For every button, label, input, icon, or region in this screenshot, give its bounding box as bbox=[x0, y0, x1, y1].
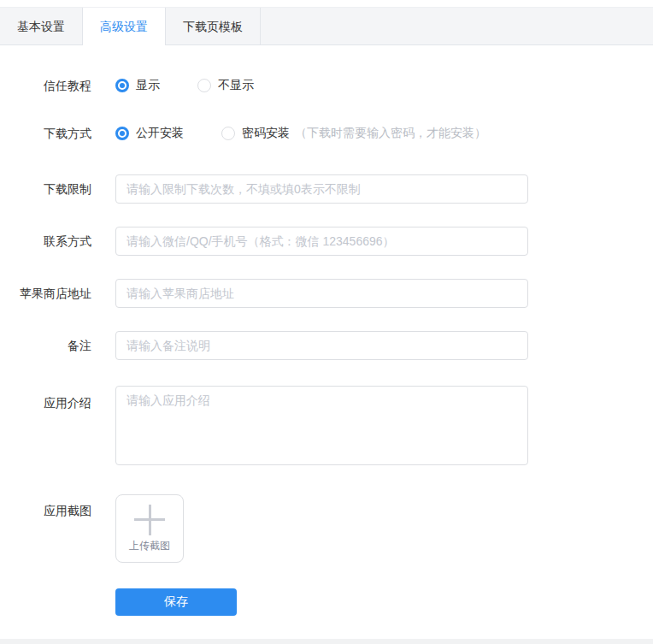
tabs-container: 基本设置 高级设置 下载页模板 bbox=[0, 0, 653, 45]
tab-advanced-settings[interactable]: 高级设置 bbox=[83, 8, 166, 45]
radio-selected-icon bbox=[115, 79, 129, 92]
app-intro-textarea[interactable] bbox=[115, 386, 528, 465]
form-row-contact: 联系方式 bbox=[0, 227, 653, 256]
radio-hide-label: 不显示 bbox=[218, 78, 254, 93]
radio-show[interactable]: 显示 bbox=[115, 78, 160, 93]
form-row-download-limit: 下载限制 bbox=[0, 174, 653, 204]
radio-selected-icon bbox=[115, 127, 129, 140]
form-row-trust-tutorial: 信任教程 显示 不显示 bbox=[0, 77, 653, 94]
tab-download-page-template[interactable]: 下载页模板 bbox=[166, 8, 261, 45]
radio-password-install[interactable]: 密码安装 bbox=[221, 126, 290, 141]
plus-icon bbox=[134, 505, 165, 535]
form-row-download-method: 下载方式 公开安装 密码安装 （下载时需要输入密码，才能安装） bbox=[0, 125, 653, 142]
radio-password-install-label: 密码安装 bbox=[242, 126, 290, 141]
radio-unselected-icon bbox=[221, 127, 235, 140]
download-method-label: 下载方式 bbox=[0, 125, 91, 142]
trust-tutorial-radio-group: 显示 不显示 bbox=[115, 78, 254, 93]
footer-divider bbox=[0, 639, 653, 644]
radio-hide[interactable]: 不显示 bbox=[197, 78, 254, 93]
contact-input[interactable] bbox=[115, 227, 528, 256]
radio-show-label: 显示 bbox=[136, 78, 160, 93]
form-row-remark: 备注 bbox=[0, 331, 653, 360]
trust-tutorial-label: 信任教程 bbox=[0, 77, 91, 94]
radio-unselected-icon bbox=[197, 79, 211, 92]
app-intro-label: 应用介绍 bbox=[0, 386, 91, 411]
app-screenshot-label: 应用截图 bbox=[0, 494, 91, 519]
advanced-settings-panel: 信任教程 显示 不显示 下载方式 公开安装 密码安装 （下载时需要输入密码，才能… bbox=[0, 45, 653, 616]
tab-bar: 基本设置 高级设置 下载页模板 bbox=[0, 7, 653, 45]
radio-public-install[interactable]: 公开安装 bbox=[115, 126, 184, 141]
download-method-radio-group: 公开安装 密码安装 （下载时需要输入密码，才能安装） bbox=[115, 126, 486, 141]
upload-screenshot-button[interactable]: 上传截图 bbox=[115, 494, 184, 563]
save-button[interactable]: 保存 bbox=[115, 588, 237, 616]
tab-basic-settings[interactable]: 基本设置 bbox=[0, 8, 83, 45]
form-row-app-store-url: 苹果商店地址 bbox=[0, 279, 653, 308]
upload-screenshot-text: 上传截图 bbox=[129, 539, 170, 553]
remark-input[interactable] bbox=[115, 331, 528, 360]
remark-label: 备注 bbox=[0, 337, 91, 354]
download-limit-label: 下载限制 bbox=[0, 180, 91, 198]
app-store-url-label: 苹果商店地址 bbox=[0, 285, 91, 302]
form-row-app-intro: 应用介绍 bbox=[0, 386, 653, 469]
radio-public-install-label: 公开安装 bbox=[136, 126, 184, 141]
form-row-app-screenshot: 应用截图 上传截图 bbox=[0, 494, 653, 563]
app-store-url-input[interactable] bbox=[115, 279, 528, 308]
password-install-hint: （下载时需要输入密码，才能安装） bbox=[295, 126, 486, 141]
download-limit-input[interactable] bbox=[115, 174, 528, 204]
contact-label: 联系方式 bbox=[0, 233, 91, 250]
